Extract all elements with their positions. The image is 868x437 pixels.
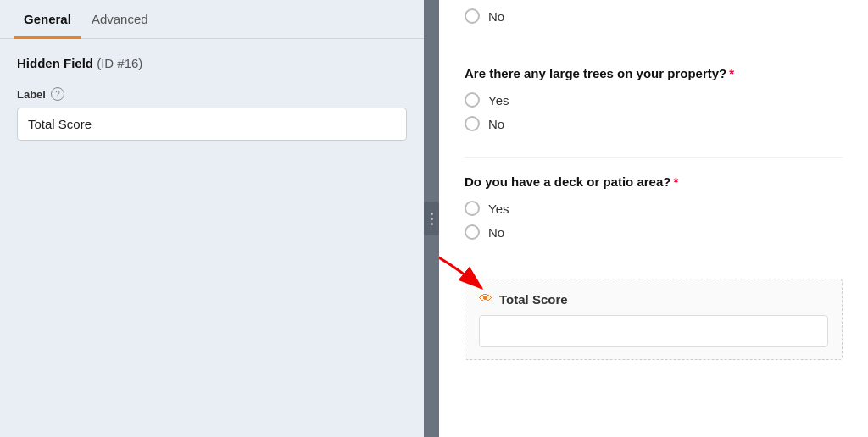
field-title: Hidden Field (ID #16) <box>17 56 407 70</box>
right-panel: No Are there any large trees on your pro… <box>439 0 868 437</box>
radio-no-option: No <box>465 116 843 131</box>
radio-no-label: No <box>488 117 504 131</box>
question-large-trees-title: Are there any large trees on your proper… <box>465 66 843 80</box>
question-deck-patio-text: Do you have a deck or patio area? <box>465 174 670 189</box>
tab-advanced[interactable]: Advanced <box>81 0 159 39</box>
label-row: Label ? <box>17 87 407 101</box>
tab-general[interactable]: General <box>14 0 81 39</box>
hidden-field-section: 👁 Total Score <box>465 279 843 360</box>
hidden-field-icon: 👁 <box>479 291 492 307</box>
partial-question-section: No <box>465 0 843 49</box>
radio-yes-option: Yes <box>465 92 843 108</box>
divider-dot <box>431 218 433 220</box>
divider-handle[interactable] <box>424 202 439 235</box>
tabs: General Advanced <box>0 0 424 39</box>
radio-yes-label: Yes <box>488 93 509 108</box>
radio-deck-no-circle[interactable] <box>465 224 480 240</box>
required-star: * <box>729 66 734 80</box>
label-input[interactable] <box>17 108 407 141</box>
divider-dot <box>431 213 433 215</box>
hidden-field-label: Total Score <box>499 292 568 307</box>
question-deck-patio: Do you have a deck or patio area?* Yes N… <box>465 158 843 265</box>
question-large-trees: Are there any large trees on your proper… <box>465 49 843 158</box>
left-panel: General Advanced Hidden Field (ID #16) L… <box>0 0 424 437</box>
radio-no-label: No <box>488 9 504 24</box>
radio-deck-no-option: No <box>465 224 843 240</box>
hidden-field-header: 👁 Total Score <box>479 291 828 307</box>
hidden-field-input[interactable] <box>479 315 828 347</box>
question-deck-patio-title: Do you have a deck or patio area?* <box>465 174 843 189</box>
radio-yes-circle[interactable] <box>465 92 480 108</box>
divider-dots <box>431 213 433 225</box>
required-star-2: * <box>673 174 678 189</box>
panel-divider <box>424 0 439 437</box>
radio-deck-yes-circle[interactable] <box>465 201 480 216</box>
radio-option: No <box>465 8 843 24</box>
radio-no-circle[interactable] <box>465 116 480 131</box>
radio-deck-no-label: No <box>488 225 504 240</box>
help-icon[interactable]: ? <box>51 87 64 101</box>
question-large-trees-text: Are there any large trees on your proper… <box>465 66 726 80</box>
field-type-label: Hidden Field <box>17 56 93 70</box>
radio-no-circle[interactable] <box>465 8 480 24</box>
left-content: Hidden Field (ID #16) Label ? <box>0 39 424 158</box>
radio-deck-yes-label: Yes <box>488 202 509 216</box>
label-text: Label <box>17 88 46 101</box>
field-id: (ID #16) <box>97 56 142 70</box>
radio-deck-yes-option: Yes <box>465 201 843 216</box>
divider-dot <box>431 223 433 225</box>
